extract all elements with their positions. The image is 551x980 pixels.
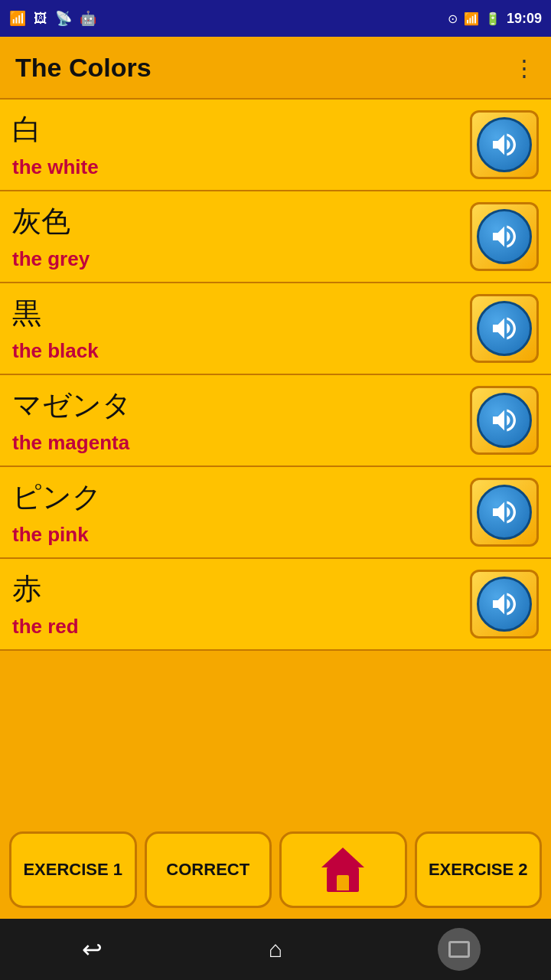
status-left-icons: 📶 🖼 📡 🤖 bbox=[9, 10, 96, 27]
word-kanji: ピンク bbox=[12, 478, 470, 517]
word-translation: the pink bbox=[12, 523, 470, 547]
nav-bar: ↩ ⌂ bbox=[0, 919, 551, 980]
empty-area bbox=[0, 744, 551, 821]
home-button[interactable] bbox=[279, 831, 407, 908]
home-nav-icon: ⌂ bbox=[269, 936, 282, 962]
wifi-icon: 📶 bbox=[9, 10, 26, 27]
status-time: 19:09 bbox=[507, 11, 542, 27]
word-text: ピンク the pink bbox=[12, 478, 470, 547]
word-list: 白 the white 灰色 the grey bbox=[0, 98, 551, 744]
word-translation: the magenta bbox=[12, 431, 470, 455]
bottom-buttons: EXERCISE 1 CORRECT EXERCISE 2 bbox=[0, 821, 551, 919]
word-text: 黒 the black bbox=[12, 294, 470, 363]
word-kanji: 赤 bbox=[12, 570, 470, 609]
word-text: 白 the white bbox=[12, 110, 470, 179]
correct-button[interactable]: CORRECT bbox=[145, 831, 272, 908]
word-item: ピンク the pink bbox=[0, 467, 551, 559]
house-icon bbox=[321, 848, 364, 892]
battery-icon: 🔋 bbox=[485, 11, 500, 26]
word-text: 赤 the red bbox=[12, 570, 470, 639]
word-kanji: 灰色 bbox=[12, 202, 470, 241]
word-item: 黒 the black bbox=[0, 283, 551, 375]
sound-button-3[interactable] bbox=[470, 386, 539, 455]
sound-circle-icon bbox=[477, 577, 532, 632]
word-item: マゼンタ the magenta bbox=[0, 375, 551, 467]
sound-circle-icon bbox=[477, 301, 532, 356]
status-bar: 📶 🖼 📡 🤖 ⊙ 📶 🔋 19:09 bbox=[0, 0, 551, 37]
recent-apps-button[interactable] bbox=[429, 919, 490, 980]
status-right: ⊙ 📶 🔋 19:09 bbox=[448, 11, 542, 27]
cast-icon: 📡 bbox=[55, 10, 72, 27]
image-icon: 🖼 bbox=[34, 11, 47, 27]
word-item: 赤 the red bbox=[0, 559, 551, 651]
signal-icon: 📶 bbox=[464, 11, 479, 26]
word-translation: the grey bbox=[12, 247, 470, 271]
menu-icon[interactable]: ⋮ bbox=[513, 54, 536, 81]
word-kanji: 黒 bbox=[12, 294, 470, 333]
header: The Colors ⋮ bbox=[0, 37, 551, 98]
sound-button-0[interactable] bbox=[470, 110, 539, 179]
word-translation: the red bbox=[12, 615, 470, 639]
word-kanji: マゼンタ bbox=[12, 386, 470, 425]
sound-button-2[interactable] bbox=[470, 294, 539, 363]
sound-circle-icon bbox=[477, 393, 532, 448]
word-translation: the black bbox=[12, 339, 470, 363]
sound-button-5[interactable] bbox=[470, 570, 539, 639]
page-title: The Colors bbox=[15, 53, 152, 83]
word-kanji: 白 bbox=[12, 110, 470, 149]
word-translation: the white bbox=[12, 155, 470, 179]
sound-circle-icon bbox=[477, 209, 532, 264]
sound-button-1[interactable] bbox=[470, 202, 539, 271]
back-icon: ↩ bbox=[82, 935, 103, 964]
sound-circle-icon bbox=[477, 117, 532, 172]
sound-circle-icon bbox=[477, 485, 532, 540]
word-text: マゼンタ the magenta bbox=[12, 386, 470, 455]
word-text: 灰色 the grey bbox=[12, 202, 470, 271]
back-button[interactable]: ↩ bbox=[61, 919, 122, 980]
android-home-button[interactable]: ⌂ bbox=[245, 919, 306, 980]
word-item: 灰色 the grey bbox=[0, 191, 551, 283]
android-icon: 🤖 bbox=[80, 10, 96, 27]
exercise2-button[interactable]: EXERCISE 2 bbox=[415, 831, 543, 908]
sound-button-4[interactable] bbox=[470, 478, 539, 547]
hotspot-icon: ⊙ bbox=[448, 11, 458, 26]
word-item: 白 the white bbox=[0, 100, 551, 191]
recent-apps-icon bbox=[438, 928, 481, 971]
exercise1-button[interactable]: EXERCISE 1 bbox=[9, 831, 137, 908]
